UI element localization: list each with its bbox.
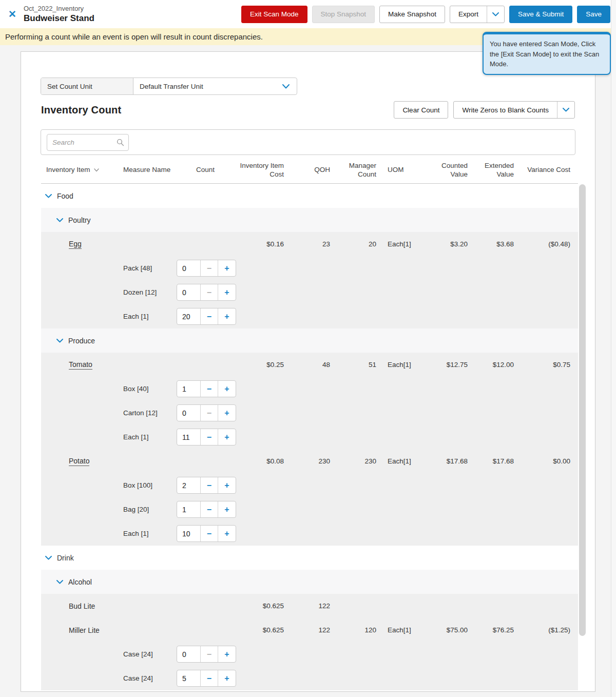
- column-header[interactable]: Inventory Item: [41, 157, 118, 183]
- export-button[interactable]: Export: [450, 6, 487, 23]
- column-header: UOM: [376, 157, 422, 183]
- measure-name-cell: [118, 232, 172, 256]
- measure-name: Case [24]: [118, 666, 172, 690]
- increment-button[interactable]: +: [218, 381, 236, 397]
- exit-scan-mode-button[interactable]: Exit Scan Mode: [241, 6, 307, 23]
- measure-name: Each [1]: [118, 521, 172, 546]
- count-cell: 2−+: [172, 473, 239, 497]
- collapse-chevron-icon[interactable]: [45, 556, 52, 560]
- count-stepper: 0−+: [177, 404, 236, 421]
- item-row: Bud Lite$0.625122: [41, 594, 578, 618]
- count-input[interactable]: 11: [177, 429, 201, 445]
- count-stepper: 0−+: [177, 260, 236, 277]
- export-dropdown-toggle[interactable]: [487, 6, 504, 23]
- manager-count-value: [330, 594, 376, 618]
- qoh-value: 122: [284, 594, 330, 618]
- collapse-chevron-icon[interactable]: [56, 339, 63, 343]
- decrement-button[interactable]: −: [201, 381, 218, 397]
- subgroup-toggle[interactable]: Alcohol: [41, 570, 578, 594]
- measure-row: Bag [20]1−+: [41, 497, 578, 521]
- count-input[interactable]: 0: [177, 284, 201, 300]
- item-cost-value: $0.625: [239, 618, 284, 642]
- measure-row: Case [24]5−+: [41, 666, 578, 690]
- search-icon: [117, 139, 124, 148]
- decrement-button[interactable]: −: [201, 526, 218, 541]
- item-name[interactable]: Tomato: [69, 360, 92, 370]
- uom-value: Each[1]: [376, 232, 422, 256]
- title-block: Oct_2022_Inventory Budweiser Stand: [24, 5, 94, 24]
- item-name[interactable]: Potato: [69, 457, 89, 466]
- count-input[interactable]: 1: [177, 381, 201, 397]
- measure-name: Each [1]: [118, 425, 172, 449]
- subgroup-toggle[interactable]: Produce: [41, 328, 578, 353]
- measure-name: Dozen [12]: [118, 280, 172, 304]
- save-button[interactable]: Save: [577, 6, 610, 23]
- qoh-value: 122: [284, 618, 330, 642]
- increment-button[interactable]: +: [218, 405, 236, 421]
- collapse-chevron-icon[interactable]: [56, 218, 63, 222]
- count-input[interactable]: 5: [177, 670, 201, 686]
- increment-button[interactable]: +: [218, 284, 236, 300]
- count-input[interactable]: 0: [177, 260, 201, 276]
- decrement-button[interactable]: −: [201, 670, 218, 686]
- count-cell: 11−+: [172, 425, 239, 449]
- subgroup-label: Poultry: [68, 216, 91, 224]
- group-row: Drink: [41, 546, 578, 570]
- increment-button[interactable]: +: [218, 501, 236, 517]
- decrement-button[interactable]: −: [201, 477, 218, 493]
- inventory-card: Set Count Unit Default Transfer Unit Inv…: [21, 51, 595, 692]
- measure-name: Case [24]: [118, 642, 172, 666]
- subgroup-label: Produce: [68, 337, 95, 345]
- increment-button[interactable]: +: [218, 526, 236, 541]
- warning-banner-text: Performing a count while an event is ope…: [5, 32, 263, 41]
- count-input[interactable]: 10: [177, 526, 201, 541]
- measure-row: Each [1]10−+: [41, 521, 578, 546]
- measure-name-cell: [118, 594, 172, 618]
- close-icon[interactable]: ✕: [8, 8, 24, 20]
- extended-value: $12.00: [468, 353, 514, 377]
- table-scrollbar[interactable]: [579, 184, 586, 636]
- counted-value: $3.20: [422, 232, 468, 256]
- count-stepper: 0−+: [177, 646, 236, 663]
- counted-value: $75.00: [422, 618, 468, 642]
- scan-mode-tooltip: You have entered Scan Mode, Click the [E…: [483, 32, 611, 75]
- save-submit-button[interactable]: Save & Submit: [509, 6, 572, 23]
- write-zeros-button[interactable]: Write Zeros to Blank Counts: [454, 102, 557, 118]
- collapse-chevron-icon[interactable]: [45, 194, 52, 198]
- decrement-button[interactable]: −: [201, 308, 218, 324]
- decrement-button[interactable]: −: [201, 429, 218, 445]
- count-input[interactable]: 1: [177, 501, 201, 517]
- count-input[interactable]: 2: [177, 477, 201, 493]
- qoh-value: 230: [284, 449, 330, 473]
- make-snapshot-button[interactable]: Make Snapshot: [379, 6, 445, 23]
- increment-button[interactable]: +: [218, 429, 236, 445]
- clear-count-button[interactable]: Clear Count: [394, 101, 448, 119]
- item-name[interactable]: Egg: [69, 240, 82, 249]
- extended-value: $17.68: [468, 449, 514, 473]
- increment-button[interactable]: +: [218, 260, 236, 276]
- measure-name: Carton [12]: [118, 401, 172, 425]
- count-cell: 1−+: [172, 377, 239, 401]
- subgroup-toggle[interactable]: Poultry: [41, 208, 578, 232]
- variance-cost-value: [514, 594, 578, 618]
- group-toggle[interactable]: Drink: [41, 546, 578, 570]
- group-label: Drink: [57, 554, 74, 562]
- indent-cell: [41, 642, 118, 666]
- collapse-chevron-icon[interactable]: [56, 580, 63, 584]
- write-zeros-dropdown-toggle[interactable]: [557, 102, 574, 118]
- count-input[interactable]: 0: [177, 405, 201, 421]
- group-toggle[interactable]: Food: [41, 184, 578, 208]
- page-scrollbar[interactable]: [611, 0, 616, 697]
- increment-button[interactable]: +: [218, 646, 236, 662]
- chevron-down-icon: [282, 84, 290, 89]
- increment-button[interactable]: +: [218, 477, 236, 493]
- set-count-unit-select[interactable]: Default Transfer Unit: [133, 78, 297, 94]
- decrement-button[interactable]: −: [201, 501, 218, 517]
- indent-cell: [41, 473, 118, 497]
- count-cell: 10−+: [172, 521, 239, 546]
- increment-button[interactable]: +: [218, 308, 236, 324]
- count-stepper: 0−+: [177, 284, 236, 301]
- increment-button[interactable]: +: [218, 670, 236, 686]
- count-input[interactable]: 0: [177, 646, 201, 662]
- count-input[interactable]: 20: [177, 308, 201, 324]
